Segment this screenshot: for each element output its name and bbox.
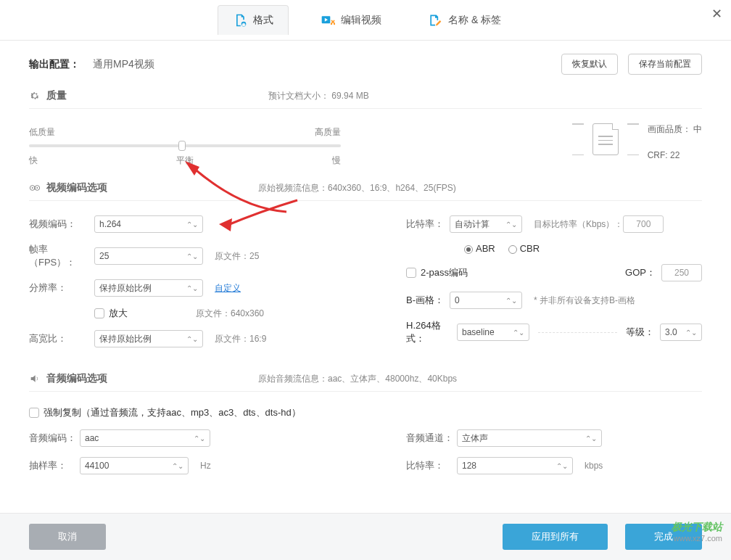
output-config-value: 通用MP4视频: [93, 58, 154, 71]
cancel-button[interactable]: 取消: [29, 524, 106, 550]
twopass-label: 2-pass编码: [421, 266, 468, 279]
channel-select[interactable]: 立体声⌃⌄: [457, 429, 602, 447]
crf-value: 22: [670, 150, 680, 160]
acodec-select[interactable]: aac⌃⌄: [80, 429, 210, 447]
sample-label: 抽样率：: [29, 459, 80, 472]
fps-src: 原文件：25: [215, 250, 259, 263]
abr-radio[interactable]: [464, 245, 473, 254]
doc-gear-icon: [233, 13, 247, 28]
speaker-icon: [29, 373, 41, 384]
apply-all-button[interactable]: 应用到所有: [503, 524, 608, 550]
audio-enc-title: 音频编码选项: [46, 372, 107, 385]
res-label: 分辨率：: [29, 281, 94, 295]
quality-title: 质量: [46, 89, 67, 102]
gop-input[interactable]: [661, 264, 702, 281]
svg-point-8: [36, 187, 38, 189]
tab-edit-label: 编辑视频: [341, 14, 381, 27]
abitrate-select[interactable]: 128⌃⌄: [457, 457, 573, 474]
close-icon[interactable]: ✕: [711, 6, 722, 22]
tab-format-label: 格式: [253, 14, 273, 27]
annotation-arrow-icon: [218, 197, 305, 240]
svg-point-2: [331, 22, 333, 25]
restore-defaults-button[interactable]: 恢复默认: [561, 54, 618, 75]
bframe-label: B-画格：: [406, 294, 450, 307]
channel-label: 音频通道：: [406, 432, 457, 445]
high-quality-label: 高质量: [315, 126, 341, 139]
film-icon: [29, 182, 41, 194]
cbr-label: CBR: [520, 243, 540, 254]
vbitrate-select[interactable]: 自动计算⌃⌄: [450, 215, 522, 233]
tab-tag-label: 名称 & 标签: [448, 14, 501, 27]
h264-label: H.264格式：: [406, 319, 457, 345]
output-config-label: 输出配置：: [29, 58, 80, 71]
svg-point-7: [32, 187, 33, 189]
pic-quality-value: 中: [693, 124, 702, 134]
enlarge-checkbox[interactable]: [94, 308, 104, 318]
watermark-line1: 极光下载站: [672, 521, 722, 534]
level-label: 等级：: [626, 326, 654, 339]
h264-select[interactable]: baseline⌃⌄: [457, 324, 529, 341]
tabbar: 格式 编辑视频 名称 & 标签: [0, 0, 731, 41]
force-copy-label: 强制复制（通过音频流，支持aac、mp3、ac3、dts、dts-hd）: [44, 406, 301, 419]
crf-label: CRF:: [648, 150, 668, 160]
quality-slider[interactable]: [29, 144, 341, 147]
slow-label: 慢: [332, 155, 341, 167]
film-scissors-icon: [321, 13, 335, 28]
pic-quality-label: 画面品质：: [648, 124, 691, 134]
cbr-radio[interactable]: [508, 245, 517, 254]
fps-label: 帧率（FPS）：: [29, 243, 94, 269]
bframe-select[interactable]: 0⌃⌄: [450, 292, 522, 309]
tab-edit-video[interactable]: 编辑视频: [306, 6, 396, 35]
vcodec-label: 视频编码：: [29, 218, 94, 231]
est-size-value: 69.94 MB: [331, 91, 368, 101]
watermark: 极光下载站 www.xz7.com: [672, 521, 722, 543]
level-select[interactable]: 3.0⌃⌄: [660, 324, 702, 341]
vcodec-select[interactable]: h.264⌃⌄: [94, 215, 203, 233]
balance-label: 平衡: [38, 155, 332, 167]
res-src: 原文件：640x360: [196, 308, 264, 320]
abr-label: ABR: [476, 243, 495, 254]
gear-icon: [29, 90, 41, 102]
enlarge-label: 放大: [109, 307, 128, 320]
vbitrate-label: 比特率：: [406, 218, 450, 231]
gop-label: GOP：: [625, 266, 656, 279]
aspect-src: 原文件：16:9: [215, 333, 266, 345]
doc-pencil-icon: [428, 13, 442, 28]
target-bitrate-input[interactable]: [623, 215, 664, 233]
document-icon: [592, 123, 619, 155]
aspect-label: 高宽比：: [29, 332, 94, 345]
video-stream-info: 原始视频流信息：640x360、16:9、h264、25(FPS): [258, 182, 456, 194]
video-enc-title: 视频编码选项: [46, 181, 107, 194]
force-copy-checkbox[interactable]: [29, 408, 39, 418]
aspect-select[interactable]: 保持原始比例⌃⌄: [94, 330, 203, 347]
acodec-label: 音频编码：: [29, 432, 80, 445]
sample-unit: Hz: [200, 461, 211, 471]
slider-thumb[interactable]: [178, 141, 186, 151]
watermark-line2: www.xz7.com: [672, 534, 722, 543]
low-quality-label: 低质量: [29, 126, 55, 139]
twopass-checkbox[interactable]: [406, 268, 416, 278]
target-bitrate-label: 目标比特率（Kbps）：: [534, 218, 623, 231]
tab-name-tag[interactable]: 名称 & 标签: [413, 6, 516, 35]
audio-stream-info: 原始音频流信息：aac、立体声、48000hz、40Kbps: [258, 373, 457, 385]
res-custom-link[interactable]: 自定义: [215, 282, 241, 295]
fps-select[interactable]: 25⌃⌄: [94, 247, 203, 265]
bframe-note: * 并非所有设备支持B-画格: [534, 295, 635, 307]
abitrate-label: 比特率：: [406, 459, 457, 472]
sample-select[interactable]: 44100⌃⌄: [80, 457, 189, 474]
res-select[interactable]: 保持原始比例⌃⌄: [94, 279, 203, 297]
est-size-label: 预计文档大小：: [268, 91, 329, 101]
svg-marker-9: [219, 218, 232, 231]
tab-format[interactable]: 格式: [218, 5, 289, 35]
save-config-button[interactable]: 保存当前配置: [628, 54, 702, 75]
fast-label: 快: [29, 155, 38, 167]
abitrate-unit: kbps: [585, 461, 603, 471]
